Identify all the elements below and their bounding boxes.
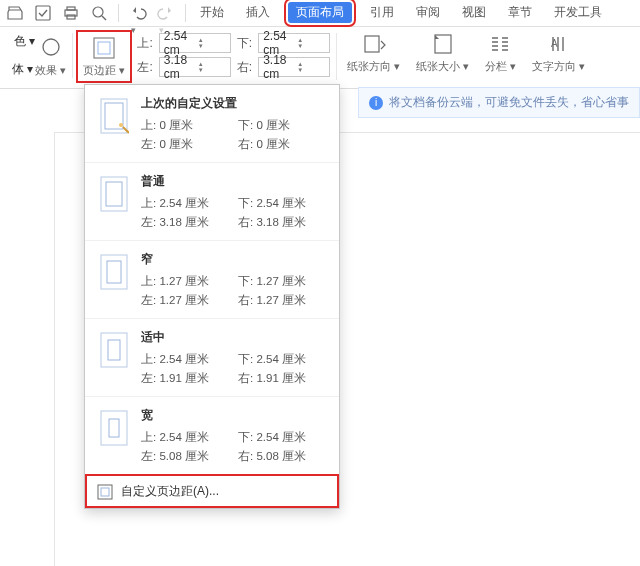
preset-icon — [97, 173, 131, 215]
label-bottom: 下: — [237, 35, 252, 52]
menu-tab-3[interactable]: 引用 — [366, 2, 398, 23]
svg-text:A: A — [551, 38, 558, 49]
svg-point-13 — [119, 123, 123, 127]
svg-rect-22 — [98, 485, 112, 499]
input-right[interactable]: 3.18 cm▲▼ — [258, 57, 330, 77]
ribbon: 色 ▾ 体 ▾ 效果 ▾ 页边距 ▾ 上: 2.54 cm▲▼ 下: 2.54 … — [0, 27, 640, 89]
menu-tab-7[interactable]: 开发工具 — [550, 2, 606, 23]
shape-icon[interactable] — [37, 33, 65, 61]
font-style-button[interactable]: 体 ▾ — [12, 61, 33, 78]
columns-icon — [488, 33, 514, 55]
separator — [118, 4, 119, 22]
svg-rect-0 — [36, 6, 50, 20]
svg-rect-8 — [365, 36, 379, 52]
svg-point-5 — [43, 39, 59, 55]
preset-icon — [97, 407, 131, 449]
custom-margins-icon — [97, 484, 113, 500]
margins-button[interactable]: 页边距 ▾ — [79, 33, 129, 80]
info-icon: i — [369, 96, 383, 110]
custom-margins-button[interactable]: 自定义页边距(A)... — [85, 474, 339, 508]
effect-button[interactable]: 效果 ▾ — [35, 63, 66, 78]
font-color-button[interactable]: 色 ▾ — [14, 33, 35, 61]
menu-tabs: 开始插入页面布局引用审阅视图章节开发工具 — [196, 2, 606, 23]
label-right: 右: — [237, 59, 252, 76]
input-bottom[interactable]: 2.54 cm▲▼ — [258, 33, 330, 53]
margins-preset-3[interactable]: 适中上: 2.54 厘米下: 2.54 厘米左: 1.91 厘米右: 1.91 … — [85, 318, 339, 396]
svg-point-4 — [93, 7, 103, 17]
spin-icon[interactable]: ▲▼ — [198, 37, 228, 49]
input-top[interactable]: 2.54 cm▲▼ — [159, 33, 231, 53]
ribbon-size[interactable]: 纸张大小 ▾ — [416, 33, 469, 74]
label-top: 上: — [137, 35, 152, 52]
undo-icon[interactable]: ▾ — [129, 4, 147, 22]
menu-tab-5[interactable]: 视图 — [458, 2, 490, 23]
margins-group: 页边距 ▾ 上: 2.54 cm▲▼ 下: 2.54 cm▲▼ 左: 3.18 … — [73, 33, 337, 80]
orientation-icon — [361, 33, 387, 55]
svg-rect-6 — [94, 38, 114, 58]
font-group: 色 ▾ 体 ▾ 效果 ▾ — [6, 33, 73, 78]
svg-rect-18 — [101, 333, 127, 367]
menu-tab-4[interactable]: 审阅 — [412, 2, 444, 23]
spin-icon[interactable]: ▲▼ — [297, 61, 327, 73]
margins-icon — [91, 35, 117, 61]
margin-inputs: 上: 2.54 cm▲▼ 下: 2.54 cm▲▼ 左: 3.18 cm▲▼ 右… — [137, 33, 330, 77]
preset-icon — [97, 95, 131, 137]
svg-rect-16 — [101, 255, 127, 289]
ribbon-orientation[interactable]: 纸张方向 ▾ — [347, 33, 400, 74]
margins-preset-0[interactable]: 上次的自定义设置上: 0 厘米下: 0 厘米左: 0 厘米右: 0 厘米 — [85, 85, 339, 162]
save-icon[interactable] — [34, 4, 52, 22]
menu-tab-0[interactable]: 开始 — [196, 2, 228, 23]
ribbon-columns[interactable]: 分栏 ▾ — [485, 33, 516, 74]
preset-icon — [97, 251, 131, 293]
separator — [185, 4, 186, 22]
size-icon — [430, 33, 456, 55]
margins-menu: 上次的自定义设置上: 0 厘米下: 0 厘米左: 0 厘米右: 0 厘米普通上:… — [84, 84, 340, 509]
svg-rect-7 — [98, 42, 110, 54]
ribbon-right: 纸张方向 ▾纸张大小 ▾分栏 ▾A文字方向 ▾ — [347, 33, 585, 74]
input-left[interactable]: 3.18 cm▲▼ — [159, 57, 231, 77]
spin-icon[interactable]: ▲▼ — [297, 37, 327, 49]
preset-icon — [97, 329, 131, 371]
text-direction-icon: A — [546, 33, 572, 55]
preview-icon[interactable] — [90, 4, 108, 22]
svg-rect-23 — [101, 488, 109, 496]
home-icon[interactable] — [6, 4, 24, 22]
margins-preset-2[interactable]: 窄上: 1.27 厘米下: 1.27 厘米左: 1.27 厘米右: 1.27 厘… — [85, 240, 339, 318]
cloud-backup-tip[interactable]: i 将文档备份云端，可避免文件丢失，省心省事 — [358, 87, 640, 118]
margins-label: 页边距 ▾ — [83, 63, 125, 78]
print-icon[interactable] — [62, 4, 80, 22]
menu-tab-1[interactable]: 插入 — [242, 2, 274, 23]
spin-icon[interactable]: ▲▼ — [198, 61, 228, 73]
label-left: 左: — [137, 59, 152, 76]
ribbon-text-direction[interactable]: A文字方向 ▾ — [532, 33, 585, 74]
menu-tab-2[interactable]: 页面布局 — [288, 2, 352, 23]
svg-rect-20 — [101, 411, 127, 445]
margins-preset-4[interactable]: 宽上: 2.54 厘米下: 2.54 厘米左: 5.08 厘米右: 5.08 厘… — [85, 396, 339, 474]
svg-rect-2 — [67, 7, 75, 10]
cloud-tip-text: 将文档备份云端，可避免文件丢失，省心省事 — [389, 94, 629, 111]
redo-icon[interactable]: ▾ — [157, 4, 175, 22]
menu-tab-6[interactable]: 章节 — [504, 2, 536, 23]
margins-preset-1[interactable]: 普通上: 2.54 厘米下: 2.54 厘米左: 3.18 厘米右: 3.18 … — [85, 162, 339, 240]
